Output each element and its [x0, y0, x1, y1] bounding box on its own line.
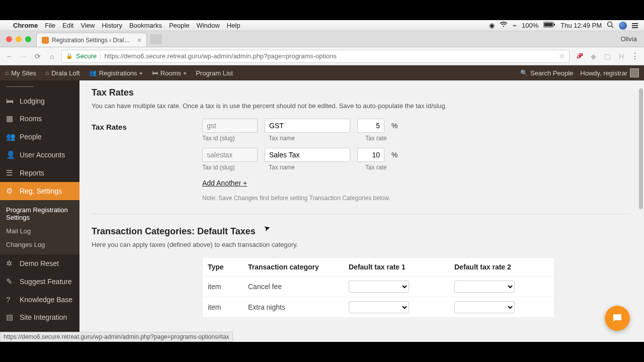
registrations-menu[interactable]: 👥Registrations +: [89, 69, 143, 77]
main-content: Tax Rates You can have multiple tax rate…: [79, 80, 644, 342]
add-another-tax-button[interactable]: Add Another +: [202, 179, 247, 187]
sidebar-item-site-integration[interactable]: ▤Site Integration: [0, 308, 79, 326]
tax-row: %: [202, 148, 632, 162]
default-tax-1-select[interactable]: [349, 301, 409, 313]
svg-line-4: [612, 26, 614, 28]
menu-view[interactable]: View: [80, 22, 95, 29]
battery-icon: [543, 22, 555, 29]
lock-icon: 🔒: [66, 53, 73, 59]
maximize-window-button[interactable]: [25, 36, 31, 42]
pinterest-extension-icon[interactable]: 𝒫: [575, 52, 584, 61]
site-name-menu[interactable]: ⌂Drala Loft: [45, 69, 80, 77]
search-icon: 🔍: [520, 69, 528, 76]
reload-button[interactable]: ⟳: [33, 52, 42, 60]
default-tax-2-select[interactable]: [454, 281, 515, 293]
sidebar-item-user-accounts[interactable]: 👤User Accounts: [0, 146, 79, 164]
svg-rect-2: [554, 24, 555, 26]
pencil-icon: ✎: [6, 277, 15, 286]
sidebar-sub-program-reg-settings[interactable]: Program Registration Settings: [0, 203, 79, 224]
my-sites-menu[interactable]: ⌂My Sites: [5, 69, 36, 77]
extension-icon-2[interactable]: ▢: [603, 52, 612, 61]
scrollbar[interactable]: [639, 88, 643, 209]
close-tab-icon[interactable]: ×: [137, 36, 141, 44]
menu-help[interactable]: Help: [227, 22, 240, 29]
sidebar-item-people[interactable]: 👥People: [0, 128, 79, 146]
sidebar-item-reports[interactable]: ☰Reports: [0, 164, 79, 182]
battery-percent: 100%: [522, 22, 538, 29]
chrome-profile-name[interactable]: Olivia: [620, 35, 637, 43]
tax-rate-input[interactable]: [357, 148, 384, 162]
tax-name-input[interactable]: [265, 119, 350, 133]
list-icon: ☰: [6, 168, 15, 177]
sidebar-item-demo-reset[interactable]: ✲Demo Reset: [0, 254, 79, 273]
sidebar-sub-mail-log[interactable]: Mail Log: [0, 224, 79, 238]
program-list-link[interactable]: Program List: [196, 69, 233, 77]
menu-edit[interactable]: Edit: [62, 22, 73, 29]
spotlight-icon[interactable]: [607, 21, 614, 30]
bookmark-star-icon[interactable]: ☆: [559, 52, 565, 60]
search-people[interactable]: 🔍Search People: [520, 69, 573, 77]
home-button[interactable]: ⌂: [47, 52, 56, 60]
cell-type: item: [208, 283, 248, 291]
menu-window[interactable]: Window: [196, 22, 219, 29]
avatar: [630, 68, 639, 77]
gear-icon: ✲: [6, 259, 15, 268]
extension-icon[interactable]: ◆: [589, 52, 598, 61]
menu-bookmarks[interactable]: Bookmarks: [129, 22, 162, 29]
menu-history[interactable]: History: [102, 22, 122, 29]
grid-icon: ▦: [6, 114, 15, 123]
tax-rates-heading: Tax Rates: [92, 87, 632, 98]
menu-people[interactable]: People: [169, 22, 189, 29]
tax-slug-input[interactable]: [202, 119, 258, 133]
tax-slug-input[interactable]: [202, 148, 258, 162]
address-bar[interactable]: 🔒 Secure | https://demo6.secure.retreat.…: [61, 50, 570, 63]
wifi-icon[interactable]: [500, 22, 508, 29]
people-icon: 👥: [89, 69, 97, 76]
menu-file[interactable]: File: [45, 22, 55, 29]
sidebar-item-truncated[interactable]: ──────: [0, 80, 79, 92]
new-tab-button[interactable]: [150, 34, 162, 44]
th-category: Transaction category: [248, 263, 349, 271]
tax-name-input[interactable]: [265, 148, 350, 162]
chrome-menu-icon[interactable]: ⋮: [631, 51, 639, 61]
minimize-window-button[interactable]: [16, 36, 22, 42]
sliders-icon: ⚙: [6, 187, 15, 196]
sidebar-item-suggest-feature[interactable]: ✎Suggest Feature: [0, 273, 79, 291]
sidebar-item-reg-settings[interactable]: ⚙Reg. Settings: [0, 182, 79, 200]
divider: [92, 214, 632, 214]
extension-icon-3[interactable]: H: [617, 52, 626, 61]
sidebar-item-rooms[interactable]: ▦Rooms: [0, 110, 79, 128]
tax-row: %: [202, 119, 632, 133]
user-menulet-icon[interactable]: [619, 22, 627, 30]
sidebar-item-lodging[interactable]: 🛏Lodging: [0, 92, 79, 110]
save-note: Note: Save Changes first before setting …: [202, 195, 632, 202]
close-window-button[interactable]: [6, 36, 12, 42]
tax-rate-input[interactable]: [357, 119, 384, 133]
browser-tabstrip: Registration Settings ‹ Drala L × Olivia: [0, 31, 644, 47]
sidebar-item-knowledge-base[interactable]: ?Knowledge Base: [0, 291, 79, 308]
airplay-icon[interactable]: ⌁: [513, 22, 517, 29]
home-icon: ⌂: [45, 69, 49, 76]
default-tax-2-select[interactable]: [454, 301, 515, 313]
browser-tab[interactable]: Registration Settings ‹ Drala L ×: [36, 33, 147, 47]
cell-type: item: [208, 303, 248, 311]
screen-record-icon[interactable]: ◉: [489, 22, 495, 29]
rooms-menu[interactable]: 🛏Rooms +: [152, 69, 187, 77]
notification-center-icon[interactable]: [632, 23, 638, 28]
sidebar-sub-changes-log[interactable]: Changes Log: [0, 238, 79, 251]
forward-button[interactable]: →: [19, 52, 28, 60]
default-tax-1-select[interactable]: [349, 281, 409, 293]
url-text: https://demo6.secure.retreat.guru/wp-adm…: [105, 52, 337, 60]
browser-toolbar: ← → ⟳ ⌂ 🔒 Secure | https://demo6.secure.…: [0, 47, 644, 65]
howdy-user[interactable]: Howdy, registrar: [580, 68, 639, 77]
th-default-tax-2: Default tax rate 2: [454, 263, 560, 271]
percent-symbol: %: [391, 122, 397, 130]
slug-sublabel: Tax id (slug): [202, 164, 262, 171]
transaction-categories-desc: Here you can apply taxes (defined above)…: [92, 241, 632, 248]
bed-icon: 🛏: [152, 69, 158, 76]
intercom-chat-button[interactable]: [605, 306, 630, 331]
admin-sidebar: ────── 🛏Lodging ▦Rooms 👥People 👤User Acc…: [0, 80, 79, 342]
clock[interactable]: Thu 12:49 PM: [560, 22, 602, 29]
back-button[interactable]: ←: [5, 52, 14, 60]
app-name[interactable]: Chrome: [13, 22, 38, 29]
